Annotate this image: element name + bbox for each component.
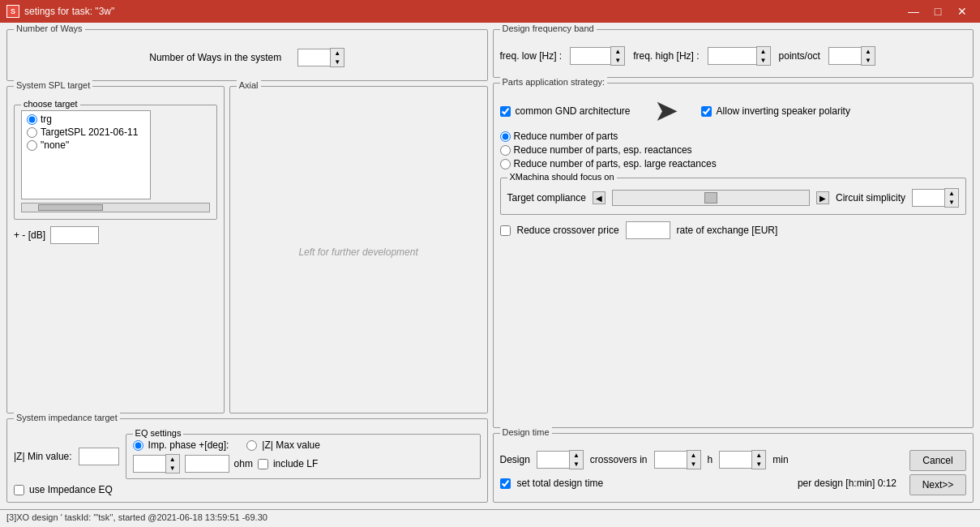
use-impedance-eq-checkbox[interactable] <box>14 485 24 495</box>
set-total-checkbox[interactable] <box>500 478 511 489</box>
reduce-parts-large-radio[interactable] <box>500 159 511 169</box>
axial-placeholder: Left for further development <box>298 246 417 258</box>
number-of-ways-spinner[interactable]: 3 ▲ ▼ <box>297 48 344 67</box>
imp-phase-up[interactable]: ▲ <box>166 455 179 464</box>
window-title: setings for task: "3w" <box>24 6 114 17</box>
target-label-trg: trg <box>41 114 52 125</box>
reduce-price-checkbox[interactable] <box>500 225 511 236</box>
target-item-none[interactable]: "none" <box>24 139 148 152</box>
number-of-ways-down[interactable]: ▼ <box>331 58 344 66</box>
status-bar: [3]XO design ' taskId: '"tsk'', started … <box>0 509 980 527</box>
number-of-ways-group: Number of Ways Number of Ways in the sys… <box>6 29 488 81</box>
points-oct-down[interactable]: ▼ <box>862 56 875 65</box>
design-count-spinner[interactable]: 5 ▲ ▼ <box>537 450 584 469</box>
minutes-input[interactable]: 1 <box>719 451 751 469</box>
system-impedance-group: System impedance target |Z| Min value: 3… <box>6 418 488 503</box>
design-count-input[interactable]: 5 <box>537 451 569 469</box>
freq-high-spinner[interactable]: 20000 ▲ ▼ <box>708 46 771 66</box>
per-design-label: per design [h:min] 0:12 <box>798 478 897 489</box>
slider-right-arrow[interactable]: ▶ <box>816 191 829 204</box>
parts-strategy-title: Parts application strategy: <box>500 77 608 87</box>
design-time-group: Design time Design 5 ▲ ▼ crossovers in <box>493 433 974 503</box>
freq-low-down[interactable]: ▼ <box>611 56 624 65</box>
reduce-parts-radio[interactable] <box>500 131 511 142</box>
minutes-up[interactable]: ▲ <box>752 451 765 460</box>
common-gnd-checkbox[interactable] <box>500 106 511 117</box>
circuit-simplicity-spinner[interactable]: 39 ▲ ▼ <box>912 188 959 208</box>
freq-high-up[interactable]: ▲ <box>757 47 770 56</box>
plus-minus-label: + - [dB] <box>14 229 45 241</box>
exchange-rate-input[interactable]: 1.000 <box>626 221 670 239</box>
minimize-button[interactable]: — <box>902 2 925 20</box>
minutes-down[interactable]: ▼ <box>752 460 765 469</box>
hours-up[interactable]: ▲ <box>687 451 700 460</box>
iz-min-input[interactable]: 3.50 <box>79 448 119 465</box>
imp-phase-input[interactable]: 60 <box>133 455 165 473</box>
imp-phase-radio[interactable] <box>133 440 143 451</box>
include-lf-checkbox[interactable] <box>258 459 268 469</box>
reduce-parts-reactances-radio[interactable] <box>500 145 511 156</box>
hours-input[interactable]: 1 <box>654 451 687 469</box>
reduce-parts-reactances-radio-item[interactable]: Reduce number of parts, esp. reactances <box>500 144 967 156</box>
target-radio-targetspl[interactable] <box>27 127 37 138</box>
slider-left-arrow[interactable]: ◀ <box>593 191 606 204</box>
points-oct-up[interactable]: ▲ <box>862 47 875 56</box>
iz-max-input[interactable]: 0.10M <box>185 455 229 473</box>
next-button[interactable]: Next>> <box>909 474 966 495</box>
target-item-targetspl[interactable]: TargetSPL 2021-06-11 <box>24 126 148 139</box>
hours-spinner[interactable]: 1 ▲ ▼ <box>654 450 701 469</box>
number-of-ways-label: Number of Ways in the system <box>149 52 281 63</box>
target-listbox[interactable]: trg TargetSPL 2021-06-11 "none" <box>21 110 151 199</box>
design-count-up[interactable]: ▲ <box>570 451 583 460</box>
points-oct-label: points/oct <box>779 50 820 62</box>
choose-target-title: choose target <box>21 99 80 109</box>
target-radio-none[interactable] <box>27 140 37 151</box>
choose-target-group: choose target trg TargetSPL 2021-06-11 <box>14 105 217 220</box>
system-spl-title: System SPL target <box>14 80 92 90</box>
close-button[interactable]: ✕ <box>951 2 974 20</box>
iz-min-label: |Z| Min value: <box>14 451 72 462</box>
freq-low-input[interactable]: 20 <box>570 47 610 65</box>
iz-max-label: |Z| Max value <box>262 439 320 451</box>
imp-phase-down[interactable]: ▼ <box>166 464 179 473</box>
circuit-simplicity-up[interactable]: ▲ <box>945 189 958 198</box>
freq-high-down[interactable]: ▼ <box>757 56 770 65</box>
circuit-simplicity-down[interactable]: ▼ <box>945 198 958 207</box>
reduce-parts-large-label: Reduce number of parts, esp. large react… <box>514 158 717 169</box>
slider-track[interactable] <box>612 190 810 206</box>
plus-minus-input[interactable]: 3.0 <box>50 226 99 244</box>
hours-down[interactable]: ▼ <box>687 460 700 469</box>
exchange-rate-label: rate of exchange [EUR] <box>677 225 778 236</box>
points-oct-spinner[interactable]: 6 ▲ ▼ <box>828 46 875 66</box>
xmachina-focus-group: XMachina should focus on Target complian… <box>500 178 967 215</box>
slider-thumb <box>704 192 717 204</box>
imp-phase-spinner[interactable]: 60 ▲ ▼ <box>133 454 180 473</box>
target-item-trg[interactable]: trg <box>24 113 148 126</box>
reduce-parts-radio-item[interactable]: Reduce number of parts <box>500 131 967 142</box>
minutes-spinner[interactable]: 1 ▲ ▼ <box>719 450 766 469</box>
reduce-parts-label: Reduce number of parts <box>514 131 618 142</box>
cancel-button[interactable]: Cancel <box>909 450 966 471</box>
circuit-simplicity-input[interactable]: 39 <box>912 189 944 207</box>
listbox-scrollbar[interactable] <box>21 203 210 212</box>
number-of-ways-up[interactable]: ▲ <box>331 49 344 58</box>
freq-high-input[interactable]: 20000 <box>708 47 756 65</box>
common-gnd-label: common GND architecture <box>516 105 631 117</box>
points-oct-input[interactable]: 6 <box>828 47 861 65</box>
number-of-ways-title: Number of Ways <box>14 24 85 33</box>
iz-max-radio[interactable] <box>246 440 257 451</box>
freq-low-spinner[interactable]: 20 ▲ ▼ <box>570 46 625 66</box>
xmachina-focus-title: XMachina should focus on <box>507 172 617 182</box>
ohm-label: ohm <box>234 458 253 469</box>
design-count-down[interactable]: ▼ <box>570 460 583 469</box>
freq-low-up[interactable]: ▲ <box>611 47 624 56</box>
allow-inverting-checkbox[interactable] <box>701 106 712 117</box>
reduce-price-label: Reduce crossover price <box>517 225 619 236</box>
crossovers-in-label: crossovers in <box>590 454 648 465</box>
design-frequency-title: Design frequency band <box>500 24 597 33</box>
maximize-button[interactable]: □ <box>927 2 949 20</box>
allow-inverting-label: Allow inverting speaker polarity <box>717 105 850 117</box>
reduce-parts-large-radio-item[interactable]: Reduce number of parts, esp. large react… <box>500 158 967 169</box>
number-of-ways-input[interactable]: 3 <box>297 49 330 66</box>
target-radio-trg[interactable] <box>27 114 37 125</box>
